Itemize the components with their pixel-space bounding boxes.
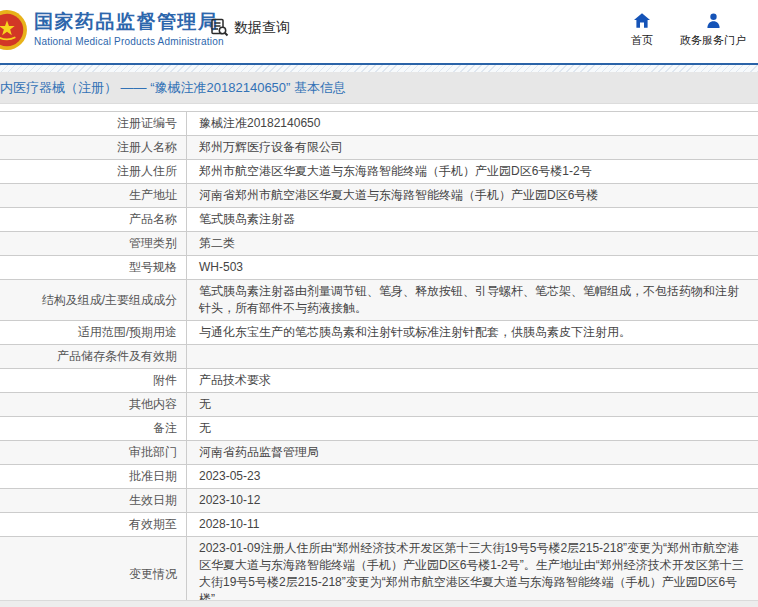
table-row: 管理类别第二类 (0, 231, 758, 255)
row-value: 无 (187, 393, 758, 416)
table-row: 审批部门河南省药品监督管理局 (0, 440, 758, 464)
org-logo-block: 国家药品监督管理局 National Medical Products Admi… (34, 10, 224, 47)
nav-portal[interactable]: 政务服务门户 (678, 12, 748, 48)
row-value: 2028-10-11 (187, 513, 758, 536)
table-row: 生效日期2023-10-12 (0, 488, 758, 512)
data-query-label: 数据查询 (234, 19, 290, 37)
table-row: 注册人名称郑州万辉医疗设备有限公司 (0, 135, 758, 159)
national-emblem-icon (0, 9, 28, 51)
row-label: 生产地址 (0, 184, 187, 207)
org-name-en: National Medical Products Administration (34, 36, 224, 47)
row-label: 管理类别 (0, 232, 187, 255)
page-title-bar: 内医疗器械（注册） —— “豫械注准20182140650” 基本信息 (0, 72, 758, 104)
footer-band (0, 600, 758, 607)
row-value: 无 (187, 417, 758, 440)
table-row: 生产地址河南省郑州市航空港区华夏大道与东海路智能终端（手机）产业园D区6号楼 (0, 183, 758, 207)
person-icon (678, 12, 748, 28)
breadcrumb: 内医疗器械（注册） —— “豫械注准20182140650” 基本信息 (0, 79, 346, 97)
row-label: 其他内容 (0, 393, 187, 416)
table-row: 批准日期2023-05-23 (0, 464, 758, 488)
document-search-icon (210, 18, 229, 37)
spacer (0, 104, 758, 111)
row-value: 河南省药品监督管理局 (187, 441, 758, 464)
site-header: 国家药品监督管理局 National Medical Products Admi… (0, 0, 758, 63)
row-label: 附件 (0, 369, 187, 392)
row-value: 2023-01-09注册人住所由“郑州经济技术开发区第十三大街19号5号楼2层2… (187, 537, 758, 607)
row-value: WH-503 (187, 256, 758, 279)
row-value: 郑州万辉医疗设备有限公司 (187, 136, 758, 159)
row-label: 有效期至 (0, 513, 187, 536)
table-row: 有效期至2028-10-11 (0, 512, 758, 536)
row-value: 笔式胰岛素注射器由剂量调节钮、笔身、释放按钮、引导螺杆、笔芯架、笔帽组成，不包括… (187, 280, 758, 320)
row-value: 郑州市航空港区华夏大道与东海路智能终端（手机）产业园D区6号楼1-2号 (187, 160, 758, 183)
info-table: 注册证编号豫械注准20182140650注册人名称郑州万辉医疗设备有限公司注册人… (0, 111, 758, 607)
table-row: 产品储存条件及有效期 (0, 344, 758, 368)
table-row: 结构及组成/主要组成成分笔式胰岛素注射器由剂量调节钮、笔身、释放按钮、引导螺杆、… (0, 279, 758, 320)
row-value: 2023-05-23 (187, 465, 758, 488)
nav-portal-label: 政务服务门户 (678, 33, 748, 48)
row-label: 产品名称 (0, 208, 187, 231)
table-row: 注册人住所郑州市航空港区华夏大道与东海路智能终端（手机）产业园D区6号楼1-2号 (0, 159, 758, 183)
table-row: 备注无 (0, 416, 758, 440)
row-label: 结构及组成/主要组成成分 (0, 280, 187, 320)
row-label: 批准日期 (0, 465, 187, 488)
row-label: 生效日期 (0, 489, 187, 512)
row-value: 河南省郑州市航空港区华夏大道与东海路智能终端（手机）产业园D区6号楼 (187, 184, 758, 207)
stripe-band (0, 65, 758, 72)
row-label: 注册证编号 (0, 112, 187, 135)
row-label: 备注 (0, 417, 187, 440)
table-row: 型号规格WH-503 (0, 255, 758, 279)
home-icon (628, 12, 656, 28)
table-row: 变更情况2023-01-09注册人住所由“郑州经济技术开发区第十三大街19号5号… (0, 536, 758, 607)
data-query-nav[interactable]: 数据查询 (210, 18, 290, 37)
nav-home-label: 首页 (628, 33, 656, 48)
row-label: 变更情况 (0, 537, 187, 607)
row-label: 型号规格 (0, 256, 187, 279)
row-label: 适用范围/预期用途 (0, 321, 187, 344)
row-value: 2023-10-12 (187, 489, 758, 512)
row-label: 注册人名称 (0, 136, 187, 159)
row-label: 注册人住所 (0, 160, 187, 183)
row-label: 产品储存条件及有效期 (0, 345, 187, 368)
row-label: 审批部门 (0, 441, 187, 464)
row-value (187, 345, 758, 368)
table-row: 附件产品技术要求 (0, 368, 758, 392)
table-row: 其他内容无 (0, 392, 758, 416)
row-value: 产品技术要求 (187, 369, 758, 392)
table-row: 适用范围/预期用途与通化东宝生产的笔芯胰岛素和注射针或标准注射针配套，供胰岛素皮… (0, 320, 758, 344)
org-name: 国家药品监督管理局 (34, 10, 224, 34)
table-row: 产品名称笔式胰岛素注射器 (0, 207, 758, 231)
row-value: 笔式胰岛素注射器 (187, 208, 758, 231)
nav-home[interactable]: 首页 (628, 12, 656, 48)
table-row: 注册证编号豫械注准20182140650 (0, 112, 758, 135)
row-value: 与通化东宝生产的笔芯胰岛素和注射针或标准注射针配套，供胰岛素皮下注射用。 (187, 321, 758, 344)
row-value: 豫械注准20182140650 (187, 112, 758, 135)
row-value: 第二类 (187, 232, 758, 255)
